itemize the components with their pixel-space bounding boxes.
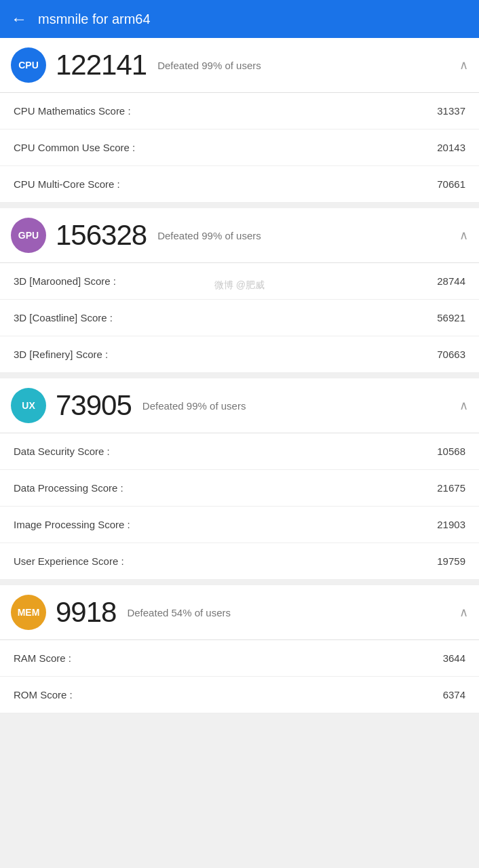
mem-details-list: RAM Score :3644ROM Score :6374 — [0, 640, 479, 713]
table-row: ROM Score :6374 — [0, 677, 479, 713]
detail-label: Data Security Score : — [14, 446, 110, 457]
gpu-details-list: 3D [Marooned] Score :287443D [Coastline]… — [0, 263, 479, 373]
mem-defeated-text: Defeated 54% of users — [127, 607, 459, 618]
table-row: Image Processing Score :21903 — [0, 507, 479, 543]
ux-section: UX 73905 Defeated 99% of users ∧ Data Se… — [0, 378, 479, 580]
detail-value: 3644 — [443, 652, 465, 664]
detail-label: CPU Multi-Core Score : — [14, 178, 120, 190]
detail-label: 3D [Refinery] Score : — [14, 349, 108, 360]
ux-details-list: Data Security Score :10568Data Processin… — [0, 433, 479, 580]
table-row: CPU Common Use Score :20143 — [0, 130, 479, 166]
table-row: User Experience Score :19759 — [0, 543, 479, 580]
cpu-badge: CPU — [11, 47, 46, 83]
table-row: RAM Score :3644 — [0, 640, 479, 677]
detail-label: CPU Mathematics Score : — [14, 105, 131, 117]
table-row: CPU Multi-Core Score :70661 — [0, 166, 479, 203]
gpu-badge: GPU — [11, 218, 46, 253]
detail-value: 10568 — [437, 446, 465, 457]
detail-value: 56921 — [437, 312, 465, 323]
ux-score-row[interactable]: UX 73905 Defeated 99% of users ∧ — [0, 378, 479, 433]
table-row: Data Processing Score :21675 — [0, 470, 479, 507]
mem-score: 9918 — [56, 596, 116, 629]
cpu-defeated-text: Defeated 99% of users — [157, 60, 459, 71]
detail-value: 6374 — [443, 689, 465, 701]
gpu-score-row[interactable]: GPU 156328 Defeated 99% of users ∧ — [0, 208, 479, 263]
detail-label: Data Processing Score : — [14, 482, 123, 494]
detail-label: 3D [Coastline] Score : — [14, 312, 113, 323]
detail-label: Image Processing Score : — [14, 519, 130, 530]
cpu-score-row[interactable]: CPU 122141 Defeated 99% of users ∧ — [0, 38, 479, 93]
gpu-defeated-text: Defeated 99% of users — [157, 230, 459, 241]
detail-label: User Experience Score : — [14, 555, 124, 567]
detail-label: RAM Score : — [14, 652, 71, 664]
detail-value: 28744 — [437, 275, 465, 287]
mem-chevron-icon: ∧ — [459, 605, 468, 620]
detail-value: 19759 — [437, 555, 465, 567]
ux-badge: UX — [11, 388, 46, 423]
detail-value: 70661 — [437, 178, 465, 190]
detail-value: 21903 — [437, 519, 465, 530]
cpu-chevron-icon: ∧ — [459, 58, 468, 73]
gpu-section: GPU 156328 Defeated 99% of users ∧ 3D [M… — [0, 208, 479, 373]
detail-value: 70663 — [437, 349, 465, 360]
ux-chevron-icon: ∧ — [459, 398, 468, 413]
gpu-chevron-icon: ∧ — [459, 228, 468, 243]
mem-score-row[interactable]: MEM 9918 Defeated 54% of users ∧ — [0, 585, 479, 640]
mem-badge: MEM — [11, 595, 46, 630]
table-row: Data Security Score :10568 — [0, 433, 479, 470]
detail-label: ROM Score : — [14, 689, 73, 701]
table-row: 3D [Marooned] Score :28744 — [0, 263, 479, 300]
cpu-details-list: CPU Mathematics Score :31337CPU Common U… — [0, 93, 479, 203]
back-button[interactable]: ← — [11, 9, 27, 28]
ux-score: 73905 — [56, 389, 132, 422]
table-row: 3D [Refinery] Score :70663 — [0, 336, 479, 373]
mem-section: MEM 9918 Defeated 54% of users ∧ RAM Sco… — [0, 585, 479, 713]
header-title: msmnile for arm64 — [38, 12, 151, 27]
detail-value: 20143 — [437, 142, 465, 153]
ux-defeated-text: Defeated 99% of users — [142, 400, 459, 412]
detail-value: 31337 — [437, 105, 465, 117]
table-row: CPU Mathematics Score :31337 — [0, 93, 479, 130]
cpu-section: CPU 122141 Defeated 99% of users ∧ CPU M… — [0, 38, 479, 203]
app-header: ← msmnile for arm64 — [0, 0, 479, 38]
detail-value: 21675 — [437, 482, 465, 494]
cpu-score: 122141 — [56, 49, 147, 81]
gpu-score: 156328 — [56, 219, 147, 252]
table-row: 3D [Coastline] Score :56921 — [0, 300, 479, 336]
detail-label: CPU Common Use Score : — [14, 142, 135, 153]
detail-label: 3D [Marooned] Score : — [14, 275, 116, 287]
